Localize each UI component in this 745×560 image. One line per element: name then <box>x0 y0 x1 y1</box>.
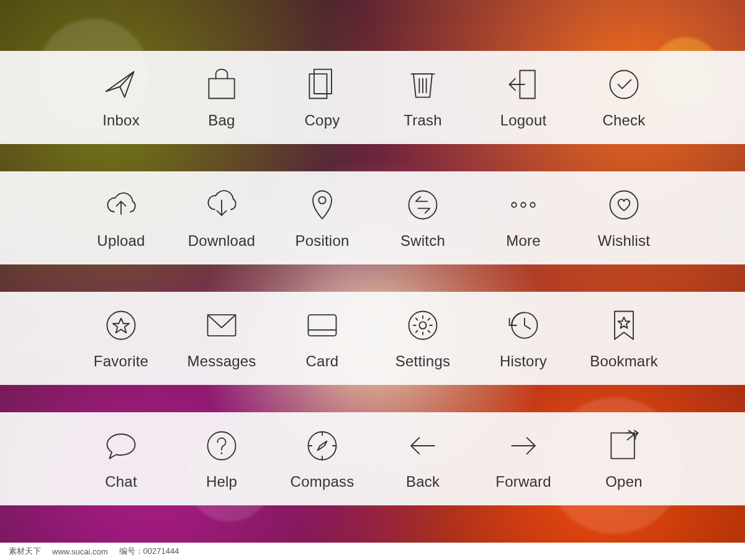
bookmark-star-icon <box>605 307 643 344</box>
wishlist-item[interactable]: Wishlist <box>577 186 670 250</box>
history-label: History <box>500 353 547 370</box>
trash-item[interactable]: Trash <box>376 66 469 129</box>
position-label: Position <box>296 232 350 250</box>
switch-item[interactable]: Switch <box>376 186 469 250</box>
chat-item[interactable]: Chat <box>74 427 168 490</box>
more-label: More <box>506 232 540 250</box>
forward-label: Forward <box>495 473 551 490</box>
footer-id-value: 00271444 <box>143 546 179 556</box>
chat-label: Chat <box>105 473 137 490</box>
download-item[interactable]: Download <box>175 186 268 250</box>
inbox-label: Inbox <box>102 112 140 129</box>
footer-site: 素材天下 <box>9 546 41 557</box>
bookmark-label: Bookmark <box>590 353 658 370</box>
arrow-left-icon <box>404 427 441 464</box>
more-icon <box>505 186 542 224</box>
chat-bubble-icon <box>102 427 140 464</box>
cloud-download-icon <box>203 186 240 224</box>
history-item[interactable]: History <box>477 307 570 370</box>
copy-label: Copy <box>305 112 340 129</box>
paper-plane-icon <box>102 66 140 103</box>
switch-icon <box>404 186 441 224</box>
history-icon <box>505 307 542 344</box>
open-label: Open <box>605 473 643 490</box>
star-circle-icon <box>102 307 140 344</box>
logout-label: Logout <box>500 112 547 129</box>
icon-row: UploadDownloadPositionSwitchMoreWishlist <box>0 171 745 264</box>
check-label: Check <box>602 112 645 129</box>
wishlist-label: Wishlist <box>598 232 650 250</box>
footer-id-label: 编号： <box>119 546 143 556</box>
settings-item[interactable]: Settings <box>376 307 469 370</box>
bag-label: Bag <box>208 112 235 129</box>
favorite-item[interactable]: Favorite <box>74 307 168 370</box>
open-item[interactable]: Open <box>577 427 670 490</box>
footer-site-url: www.sucai.com <box>52 547 108 556</box>
messages-item[interactable]: Messages <box>175 307 268 370</box>
messages-label: Messages <box>187 353 256 370</box>
icon-row: ChatHelpCompassBackForwardOpen <box>0 412 745 505</box>
trash-icon <box>404 66 441 103</box>
check-circle-icon <box>605 66 643 103</box>
open-external-icon <box>605 427 643 464</box>
card-icon <box>304 307 341 344</box>
map-pin-icon <box>304 186 341 224</box>
help-circle-icon <box>203 427 240 464</box>
bookmark-item[interactable]: Bookmark <box>577 307 670 370</box>
card-label: Card <box>306 353 339 370</box>
more-item[interactable]: More <box>477 186 570 250</box>
switch-label: Switch <box>400 232 445 250</box>
upload-label: Upload <box>97 232 145 250</box>
help-label: Help <box>206 473 237 490</box>
compass-label: Compass <box>291 473 354 490</box>
upload-item[interactable]: Upload <box>74 186 168 250</box>
compass-item[interactable]: Compass <box>276 427 369 490</box>
back-label: Back <box>406 473 440 490</box>
favorite-label: Favorite <box>94 353 148 370</box>
trash-label: Trash <box>404 112 441 129</box>
footer-id: 编号：00271444 <box>119 546 179 557</box>
copy-icon <box>304 66 341 103</box>
inbox-item[interactable]: Inbox <box>74 66 168 129</box>
cloud-upload-icon <box>102 186 140 224</box>
logout-item[interactable]: Logout <box>477 66 570 129</box>
bag-item[interactable]: Bag <box>175 66 268 129</box>
envelope-icon <box>203 307 240 344</box>
copy-item[interactable]: Copy <box>276 66 369 129</box>
settings-label: Settings <box>395 353 450 370</box>
download-label: Download <box>188 232 255 250</box>
footer-bar: 素材天下 www.sucai.com 编号：00271444 <box>0 543 745 560</box>
compass-icon <box>304 427 341 464</box>
arrow-right-icon <box>505 427 542 464</box>
bag-icon <box>203 66 240 103</box>
logout-icon <box>505 66 542 103</box>
gear-circle-icon <box>404 307 441 344</box>
heart-circle-icon <box>605 186 643 224</box>
icon-row: InboxBagCopyTrashLogoutCheck <box>0 51 745 144</box>
help-item[interactable]: Help <box>175 427 268 490</box>
position-item[interactable]: Position <box>276 186 369 250</box>
back-item[interactable]: Back <box>376 427 469 490</box>
icon-row: FavoriteMessagesCardSettingsHistoryBookm… <box>0 292 745 385</box>
forward-item[interactable]: Forward <box>477 427 570 490</box>
check-item[interactable]: Check <box>577 66 670 129</box>
card-item[interactable]: Card <box>276 307 369 370</box>
